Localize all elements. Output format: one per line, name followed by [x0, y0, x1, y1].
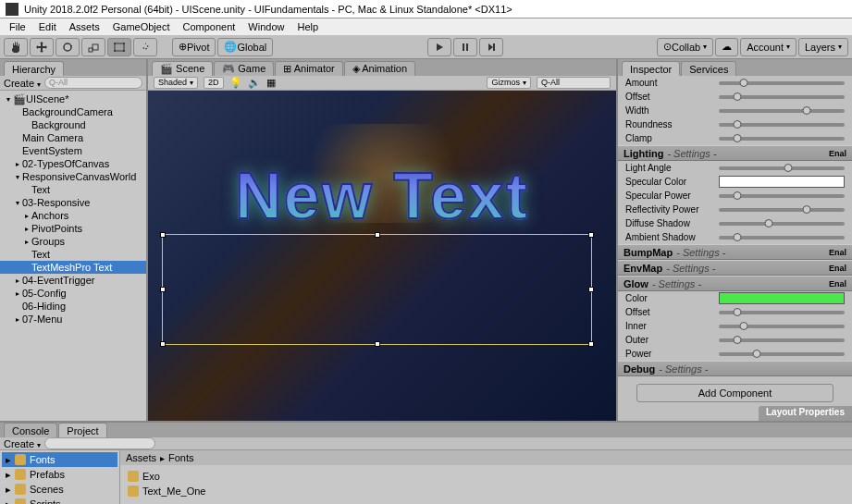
menu-edit[interactable]: Edit — [33, 19, 62, 34]
svg-rect-8 — [463, 43, 464, 51]
scene-search[interactable]: Q-All — [537, 77, 611, 89]
file-item[interactable]: Text_Me_One — [124, 484, 848, 498]
hierarchy-item[interactable]: ▸04-EventTrigger — [0, 274, 146, 287]
add-component-button[interactable]: Add Component — [636, 384, 833, 402]
hierarchy-item[interactable]: ▸07-Menu — [0, 313, 146, 326]
menu-component[interactable]: Component — [177, 19, 241, 34]
slider[interactable] — [719, 311, 845, 314]
hierarchy-item[interactable]: Main Camera — [0, 131, 146, 144]
section-header[interactable]: BumpMap - Settings -Enal — [618, 244, 852, 260]
audio-toggle[interactable]: 🔊 — [248, 77, 261, 89]
project-create[interactable]: Create — [4, 438, 41, 449]
layout-properties-tab[interactable]: Layout Properties — [759, 406, 852, 421]
color-swatch[interactable] — [719, 292, 845, 304]
create-dropdown[interactable]: Create — [4, 78, 41, 89]
shading-dropdown[interactable]: Shaded — [154, 77, 198, 89]
slider[interactable] — [719, 208, 845, 212]
hierarchy-item[interactable]: Text — [0, 248, 146, 261]
menu-help[interactable]: Help — [291, 19, 324, 34]
textmeshpro-text[interactable]: New Text — [235, 159, 529, 233]
hand-tool[interactable] — [4, 38, 28, 56]
hierarchy-item[interactable]: ▸02-TypesOfCanvas — [0, 157, 146, 170]
menu-window[interactable]: Window — [242, 19, 290, 34]
layers-dropdown[interactable]: Layers — [798, 38, 848, 56]
hierarchy-tab[interactable]: Hierarchy — [4, 61, 64, 76]
slider[interactable] — [719, 236, 845, 240]
light-toggle[interactable]: 💡 — [229, 77, 242, 89]
console-tab[interactable]: Console — [4, 423, 57, 437]
global-toggle[interactable]: 🌐 Global — [217, 38, 273, 56]
slider[interactable] — [719, 325, 845, 328]
slider[interactable] — [719, 166, 845, 170]
folder-item[interactable]: ▸Scripts — [2, 497, 117, 504]
services-tab[interactable]: Services — [681, 61, 736, 76]
hierarchy-item[interactable]: ▾03-Responsive — [0, 196, 146, 209]
hierarchy-item[interactable]: TextMeshPro Text — [0, 261, 146, 274]
folder-item[interactable]: ▸Scenes — [2, 482, 117, 497]
prop-label: Clamp — [625, 133, 713, 143]
menu-file[interactable]: File — [4, 19, 31, 34]
color-swatch[interactable] — [719, 176, 845, 188]
tab-game[interactable]: 🎮 Game — [214, 61, 274, 76]
tab-animation[interactable]: ◈ Animation — [344, 61, 415, 76]
hierarchy-search[interactable]: Q-All — [44, 77, 142, 89]
tab-animator[interactable]: ⊞ Animator — [275, 61, 342, 76]
tab-scene[interactable]: 🎬 Scene — [152, 61, 213, 76]
selection-rect[interactable] — [162, 234, 592, 345]
scale-tool[interactable] — [81, 38, 105, 56]
pause-button[interactable] — [453, 38, 477, 56]
slider-width[interactable] — [719, 109, 845, 113]
prop-row: Offset — [618, 90, 852, 104]
hierarchy-item[interactable]: ▸PivotPoints — [0, 222, 146, 235]
hierarchy-item[interactable]: EventSystem — [0, 144, 146, 157]
breadcrumb-item[interactable]: Assets — [126, 452, 156, 463]
inspector-tab[interactable]: Inspector — [622, 61, 680, 76]
slider[interactable] — [719, 338, 845, 342]
hierarchy-item[interactable]: ▾ResponsiveCanvasWorld — [0, 170, 146, 183]
project-breadcrumb[interactable]: Assets ▸ Fonts — [120, 450, 852, 465]
main-toolbar: ⊕ Pivot 🌐 Global ⊙ Collab ☁ Account Laye… — [0, 35, 852, 59]
menu-gameobject[interactable]: GameObject — [107, 19, 176, 34]
step-button[interactable] — [479, 38, 503, 56]
slider[interactable] — [719, 352, 845, 356]
pivot-toggle[interactable]: ⊕ Pivot — [172, 38, 216, 56]
move-tool[interactable] — [30, 38, 54, 56]
fx-toggle[interactable]: ▦ — [266, 77, 276, 89]
folder-item[interactable]: ▸Fonts — [2, 452, 117, 467]
slider-amount[interactable] — [719, 81, 845, 85]
account-dropdown[interactable]: Account — [740, 38, 796, 56]
hierarchy-item[interactable]: 06-Hiding — [0, 300, 146, 313]
collab-dropdown[interactable]: ⊙ Collab — [657, 38, 713, 56]
slider-offset[interactable] — [719, 95, 845, 99]
hierarchy-item[interactable]: BackgroundCamera — [0, 105, 146, 118]
project-tab[interactable]: Project — [58, 423, 106, 437]
breadcrumb-item[interactable]: Fonts — [168, 452, 194, 463]
slider-clamp[interactable] — [719, 137, 845, 141]
scene-root[interactable]: ▾🎬 UIScene* — [0, 92, 146, 105]
inspector-panel: Inspector Services AmountOffsetWidthRoun… — [616, 59, 852, 421]
scene-view[interactable]: New Text — [148, 91, 616, 421]
folder-item[interactable]: ▸Prefabs — [2, 467, 117, 482]
section-header[interactable]: Lighting - Settings -Enal — [618, 145, 852, 161]
slider-roundness[interactable] — [719, 123, 845, 127]
slider[interactable] — [719, 222, 845, 226]
2d-toggle[interactable]: 2D — [204, 77, 224, 89]
menu-assets[interactable]: Assets — [64, 19, 105, 34]
section-header[interactable]: EnvMap - Settings -Enal — [618, 260, 852, 276]
transform-tool[interactable] — [133, 38, 157, 56]
hierarchy-item[interactable]: ▸05-Config — [0, 287, 146, 300]
hierarchy-item[interactable]: ▸Anchors — [0, 209, 146, 222]
play-button[interactable] — [427, 38, 451, 56]
hierarchy-item[interactable]: Background — [0, 118, 146, 131]
hierarchy-item[interactable]: ▸Groups — [0, 235, 146, 248]
cloud-button[interactable]: ☁ — [715, 38, 738, 56]
hierarchy-item[interactable]: Text — [0, 183, 146, 196]
gizmos-dropdown[interactable]: Gizmos — [487, 77, 531, 89]
section-header[interactable]: Debug - Settings - — [618, 361, 852, 376]
project-search[interactable] — [44, 437, 155, 449]
rect-tool[interactable] — [107, 38, 131, 56]
rotate-tool[interactable] — [56, 38, 80, 56]
section-header[interactable]: Glow - Settings -Enal — [618, 276, 852, 291]
file-item[interactable]: Exo — [124, 469, 848, 484]
slider[interactable] — [719, 194, 845, 198]
